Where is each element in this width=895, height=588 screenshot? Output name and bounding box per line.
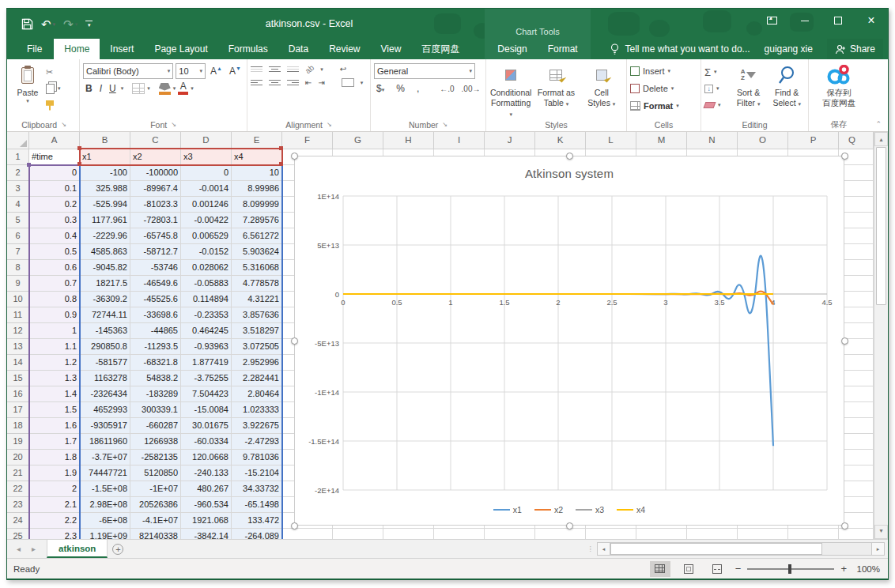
conditional-formatting-button[interactable]: Conditional Formatting ▾ bbox=[489, 62, 532, 119]
decrease-decimal-button[interactable]: .00→ bbox=[462, 85, 481, 93]
clipboard-dialog-launcher[interactable]: ↘ bbox=[61, 121, 66, 128]
cell-C4[interactable]: -81023.3 bbox=[130, 197, 181, 213]
row-header-15[interactable]: 15 bbox=[7, 371, 29, 386]
column-header-Q[interactable]: Q bbox=[839, 132, 874, 149]
font-color-button[interactable]: A bbox=[178, 82, 188, 95]
number-dialog-launcher[interactable]: ↘ bbox=[442, 121, 448, 128]
cell-C6[interactable]: -65745.8 bbox=[130, 228, 181, 244]
format-as-table-button[interactable]: Format as Table ▾ bbox=[534, 62, 577, 119]
cell-B3[interactable]: 325.988 bbox=[80, 181, 130, 197]
column-header-N[interactable]: N bbox=[687, 132, 738, 149]
row-header-1[interactable]: 1 bbox=[7, 149, 29, 165]
cell-D20[interactable]: 120.0668 bbox=[181, 450, 232, 466]
tab-file[interactable]: File bbox=[15, 39, 54, 59]
cell-D21[interactable]: -240.133 bbox=[181, 466, 232, 481]
maximize-button[interactable] bbox=[821, 9, 855, 32]
cell-D1[interactable]: x3 bbox=[181, 149, 232, 165]
chart-selection-handle[interactable] bbox=[566, 522, 573, 530]
delete-cells-button[interactable]: Delete▾ bbox=[630, 81, 697, 96]
grow-font-button[interactable]: A▲ bbox=[208, 66, 225, 77]
cell-G25[interactable] bbox=[333, 529, 383, 539]
cell-E18[interactable]: 3.922675 bbox=[232, 418, 282, 434]
cell-B6[interactable]: -2229.96 bbox=[80, 228, 130, 244]
column-header-A[interactable]: A bbox=[29, 132, 80, 149]
font-dialog-launcher[interactable]: ↘ bbox=[171, 121, 176, 128]
cell-E11[interactable]: 3.857636 bbox=[232, 307, 282, 323]
cell-E3[interactable]: 8.99986 bbox=[232, 181, 282, 197]
tab-formulas[interactable]: Formulas bbox=[218, 39, 278, 59]
save-button[interactable] bbox=[21, 18, 33, 30]
wrap-text-button[interactable]: ↩ bbox=[340, 65, 346, 74]
cell-H25[interactable] bbox=[383, 529, 434, 539]
cell-C2[interactable]: -100000 bbox=[130, 165, 181, 181]
new-sheet-button[interactable]: + bbox=[108, 540, 128, 558]
cell-B15[interactable]: 1163278 bbox=[80, 371, 130, 386]
column-header-H[interactable]: H bbox=[383, 132, 434, 149]
cell-C7[interactable]: -58712.7 bbox=[130, 244, 181, 260]
cell-C25[interactable]: 82140338 bbox=[130, 529, 181, 539]
cell-A14[interactable]: 1.2 bbox=[29, 355, 80, 371]
row-header-3[interactable]: 3 bbox=[7, 181, 29, 197]
cell-E14[interactable]: 2.952996 bbox=[232, 355, 282, 371]
horizontal-scroll-track[interactable] bbox=[610, 542, 871, 556]
cell-E13[interactable]: 3.072505 bbox=[232, 339, 282, 355]
cell-E2[interactable]: 10 bbox=[232, 165, 282, 181]
insert-cells-button[interactable]: Insert▾ bbox=[630, 64, 697, 78]
scroll-up-button[interactable]: ▴ bbox=[874, 132, 888, 146]
tab-data[interactable]: Data bbox=[278, 39, 319, 59]
row-header-2[interactable]: 2 bbox=[7, 165, 29, 181]
italic-button[interactable]: I bbox=[97, 83, 104, 94]
cell-A13[interactable]: 1.1 bbox=[29, 339, 80, 355]
cell-O25[interactable] bbox=[738, 529, 788, 539]
cell-B18[interactable]: -9305917 bbox=[80, 418, 130, 434]
cell-B11[interactable]: 72744.11 bbox=[80, 307, 130, 323]
borders-button[interactable] bbox=[132, 83, 145, 94]
column-header-J[interactable]: J bbox=[485, 132, 535, 149]
cell-E9[interactable]: 4.778578 bbox=[232, 276, 282, 292]
cell-A12[interactable]: 1 bbox=[29, 323, 80, 339]
normal-view-button[interactable] bbox=[650, 561, 670, 577]
cell-E7[interactable]: 5.903624 bbox=[232, 244, 282, 260]
cell-D2[interactable]: 0 bbox=[181, 165, 232, 181]
bold-button[interactable]: B bbox=[83, 83, 95, 94]
cell-E6[interactable]: 6.561272 bbox=[232, 228, 282, 244]
cell-E4[interactable]: 8.099999 bbox=[232, 197, 282, 213]
row-header-5[interactable]: 5 bbox=[7, 213, 29, 228]
cell-B14[interactable]: -581577 bbox=[80, 355, 130, 371]
cell-A21[interactable]: 1.9 bbox=[29, 466, 80, 481]
chart-selection-handle[interactable] bbox=[291, 522, 298, 530]
cell-E8[interactable]: 5.316068 bbox=[232, 260, 282, 276]
cell-E10[interactable]: 4.31221 bbox=[232, 292, 282, 307]
column-header-P[interactable]: P bbox=[788, 132, 839, 149]
cell-B1[interactable]: x1 bbox=[80, 149, 130, 165]
cell-A19[interactable]: 1.7 bbox=[29, 434, 80, 450]
column-header-E[interactable]: E bbox=[232, 132, 282, 149]
cell-E19[interactable]: -2.47293 bbox=[232, 434, 282, 450]
cell-P25[interactable] bbox=[788, 529, 839, 539]
save-to-baidu-button[interactable]: 保存到 百度网盘 bbox=[813, 62, 865, 118]
merge-dropdown-icon[interactable]: ▾ bbox=[361, 80, 364, 86]
cell-E24[interactable]: 133.472 bbox=[232, 513, 282, 529]
zoom-in-button[interactable]: + bbox=[840, 563, 847, 575]
alignment-dialog-launcher[interactable]: ↘ bbox=[327, 121, 332, 128]
column-header-M[interactable]: M bbox=[636, 132, 687, 149]
zoom-slider[interactable] bbox=[747, 568, 834, 570]
cell-C20[interactable]: -2582135 bbox=[130, 450, 181, 466]
cell-B24[interactable]: -6E+08 bbox=[80, 513, 130, 529]
cell-A20[interactable]: 1.8 bbox=[29, 450, 80, 466]
row-header-17[interactable]: 17 bbox=[7, 402, 29, 418]
row-header-19[interactable]: 19 bbox=[7, 434, 29, 450]
undo-dropdown-icon[interactable]: ▾ bbox=[53, 21, 56, 27]
column-header-D[interactable]: D bbox=[181, 132, 232, 149]
row-header-22[interactable]: 22 bbox=[7, 481, 29, 497]
cell-C24[interactable]: -4.1E+07 bbox=[130, 513, 181, 529]
cell-B7[interactable]: 4585.863 bbox=[80, 244, 130, 260]
cell-B23[interactable]: 2.98E+08 bbox=[80, 497, 130, 513]
row-header-18[interactable]: 18 bbox=[7, 418, 29, 434]
column-header-F[interactable]: F bbox=[282, 132, 333, 149]
column-header-O[interactable]: O bbox=[738, 132, 788, 149]
row-header-4[interactable]: 4 bbox=[7, 197, 29, 213]
scrollbar-resize-handle[interactable]: ⁞ bbox=[589, 545, 592, 553]
next-sheet-button[interactable]: ▸ bbox=[32, 545, 36, 553]
cell-A10[interactable]: 0.8 bbox=[29, 292, 80, 307]
